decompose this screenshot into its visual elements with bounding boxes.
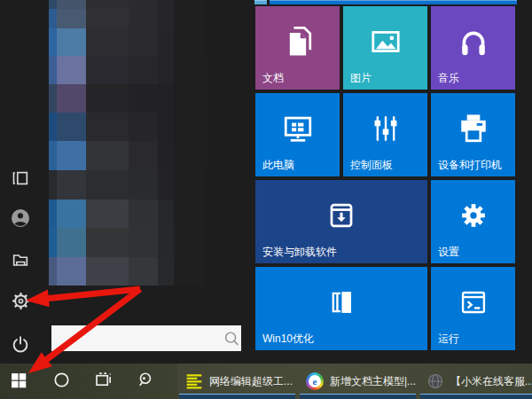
censored-block [174,141,206,170]
censored-block [57,200,86,228]
tile-label: 安装与卸载软件 [255,246,427,263]
censored-block [49,257,57,286]
censored-block [174,0,206,9]
tile-run[interactable]: 运行 [431,267,515,350]
censored-block [86,200,129,228]
sidebar-item-pages[interactable] [9,168,32,191]
censored-block [129,228,158,257]
censored-block [86,0,129,9]
sidebar-item-file-explorer[interactable] [9,249,32,272]
tile-label: 文档 [255,73,340,90]
edge-icon: e [306,372,324,390]
censored-block [49,56,57,84]
censored-block [158,84,174,113]
censored-block [57,28,86,56]
search-input[interactable] [51,332,222,345]
censored-block [49,0,57,9]
tile-label: Win10优化 [255,333,427,350]
censored-block [86,257,129,286]
tile-label: 设备和打印机 [431,160,515,176]
tile-music[interactable]: 音乐 [431,6,515,90]
censored-block [174,113,206,141]
windows-logo-icon [10,372,27,392]
censored-block [86,84,129,113]
search-icon[interactable] [222,329,241,348]
censored-block [158,170,174,200]
open-app-indicator [179,394,295,399]
censored-block [158,257,174,286]
power-icon [11,334,30,356]
settings-gear-icon [11,291,31,314]
censored-block [49,84,57,113]
censored-block [158,228,174,257]
censored-block [174,200,206,228]
tile-pictures[interactable]: 图片 [343,6,427,90]
book-icon [255,267,427,333]
censored-block [57,9,86,28]
taskbar-app-title: 【小米在线客服... [450,374,532,389]
censored-block [57,257,86,286]
tile-label: 运行 [431,333,515,350]
tile-label: 设置 [431,246,515,263]
screen-search-button[interactable] [135,372,154,391]
tile-win10-optimize[interactable]: Win10优化 [255,267,427,350]
censored-block [174,9,206,28]
tile-devices-printers[interactable]: 设备和打印机 [431,93,515,176]
tile-this-pc[interactable]: 此电脑 [255,93,340,176]
censored-block [158,0,174,9]
file-explorer-icon [11,250,30,272]
tile-label: 音乐 [431,73,515,90]
taskbar-app-2[interactable]: e新增文档主模型|... [298,364,419,399]
yellow-lines-icon [185,372,203,390]
censored-block [129,170,158,200]
printer-icon [431,93,515,160]
sidebar-item-power[interactable] [9,333,32,356]
cutoff-tile-sliver[interactable] [254,0,267,4]
censored-block [57,56,86,84]
cortana-button[interactable] [51,372,71,391]
censored-block [129,0,158,9]
censored-block [174,56,206,84]
picture-icon [343,6,427,73]
censored-block [86,170,129,200]
censored-block [129,200,158,228]
taskbar-app-1[interactable]: 网络编辑超级工... [177,364,298,399]
censored-block [129,257,158,286]
censored-block [158,113,174,141]
sidebar-item-user[interactable] [9,207,32,231]
censored-block [57,0,86,9]
start-button[interactable] [9,372,28,391]
censored-block [49,9,57,28]
censored-block [129,56,158,84]
start-menu-screen: 文档图片音乐此电脑控制面板设备和打印机安装与卸载软件设置Win10优化运行 [0,0,532,399]
taskbar-app-title: 网络编辑超级工... [209,374,298,389]
censored-block [174,228,206,257]
censored-block [129,113,158,141]
censored-block [86,228,129,257]
censored-block [57,84,86,113]
gear-icon [431,180,515,246]
censored-block [49,113,57,141]
open-app-indicator [300,394,416,399]
document-icon [255,6,340,73]
user-account-icon [10,207,31,231]
taskbar-app-3[interactable]: 【小米在线客服... [419,364,532,399]
taskbar: 网络编辑超级工...e新增文档主模型|...【小米在线客服... [0,364,532,399]
censored-block [86,28,129,56]
censored-block [174,28,206,56]
censored-block [57,141,86,170]
censored-block [49,141,57,170]
terminal-icon [431,267,515,333]
task-view-button[interactable] [93,372,113,391]
censored-block [49,28,57,56]
sidebar-item-settings[interactable] [9,291,32,314]
censored-block [129,28,158,56]
tile-control-panel[interactable]: 控制面板 [343,93,427,176]
tile-settings[interactable]: 设置 [431,180,515,263]
tile-install-uninstall[interactable]: 安装与卸载软件 [255,180,427,263]
tile-documents[interactable]: 文档 [255,6,340,90]
annotation-arrow-shaft [44,289,140,299]
magnifier-dot-icon [136,371,154,392]
cutoff-tile-sliver[interactable] [270,0,517,4]
censored-block [174,257,206,286]
